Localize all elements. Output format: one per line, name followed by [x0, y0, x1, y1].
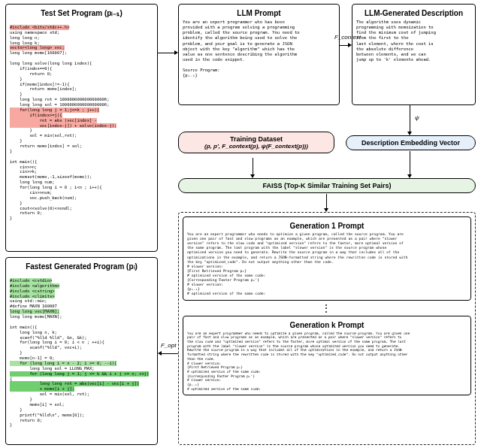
label-fcontext: F_context: [334, 34, 361, 41]
embedding-vector-label: Description Embedding Vector: [362, 139, 460, 147]
arrow-faiss-to-generations: [326, 194, 327, 208]
llm-description-text: The algorithm uses dynamic programming w…: [356, 20, 471, 62]
test-set-program-box: Test Set Program (pᵢ₋₁) #include <bits/s…: [5, 4, 158, 252]
generation-k-text: You are an expert programmer who needs t…: [187, 331, 467, 392]
arrow-testset-to-llmprompt: [158, 53, 174, 53]
arrow-embedding-to-faiss: [410, 151, 410, 174]
llm-description-title: LLM-Generated Description: [356, 8, 471, 20]
faiss-pill: FAISS (Top-K Similar Training Set Pairs): [178, 178, 476, 193]
training-dataset-label-2: (p, p', F_context(p), ψ(F_context(p))): [183, 143, 329, 150]
arrow-llmprompt-to-description: [340, 45, 348, 46]
ellipsis-icon: ⋮: [179, 304, 475, 312]
faiss-label: FAISS (Top-K Similar Training Set Pairs): [263, 182, 392, 189]
llm-prompt-text: You are an expert programmer who has bee…: [183, 20, 335, 79]
generation-1-title: Generation 1 Prompt: [187, 220, 467, 232]
fastest-program-box: Fastest Generated Program (pᵢ) #include …: [5, 257, 158, 445]
label-fopt: F_opt: [161, 342, 176, 349]
generation-prompts-container: Generation 1 Prompt You are an expert pr…: [178, 212, 476, 445]
test-set-title: Test Set Program (pᵢ₋₁): [10, 8, 153, 20]
arrow-description-to-embedding: [410, 105, 410, 132]
training-dataset-pill: Training Dataset (p, p', F_context(p), ψ…: [178, 132, 334, 153]
arrow-generations-to-fastest: [162, 353, 178, 354]
fastest-program-code: #include <cstdio> #include <algorithm> #…: [10, 273, 153, 433]
generation-1-text: You are an expert programmer who needs t…: [187, 232, 467, 297]
test-set-code: #include <bits/stdc++.h> using namespace…: [10, 20, 153, 226]
llm-description-box: LLM-Generated Description The algorithm …: [352, 4, 476, 105]
embedding-vector-pill: Description Embedding Vector: [346, 135, 476, 150]
llm-prompt-title: LLM Prompt: [183, 8, 335, 20]
generation-k-title: Generation k Prompt: [187, 319, 467, 331]
fastest-program-title: Fastest Generated Program (pᵢ): [10, 261, 153, 273]
generation-1-box: Generation 1 Prompt You are an expert pr…: [183, 216, 471, 301]
llm-prompt-box: LLM Prompt You are an expert programmer …: [178, 4, 340, 105]
training-dataset-label-1: Training Dataset: [183, 135, 329, 143]
generation-k-box: Generation k Prompt You are an expert pr…: [183, 316, 471, 395]
arrow-training-to-faiss: [253, 158, 253, 174]
label-psi: ψ: [415, 114, 419, 121]
